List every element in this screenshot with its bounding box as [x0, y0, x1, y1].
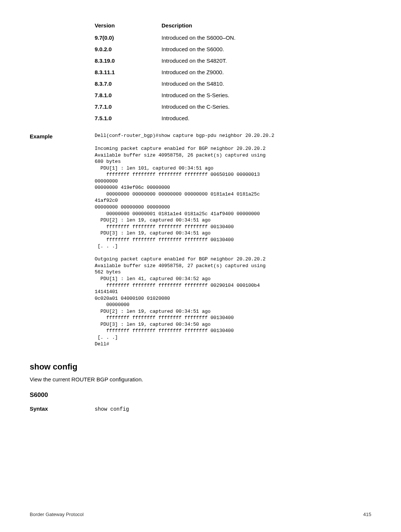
table-row: 8.3.19.0 Introduced on the S4820T. — [95, 58, 371, 64]
header-description: Description — [162, 22, 371, 29]
example-section: Example Dell(conf-router_bgp)#show captu… — [30, 132, 371, 347]
table-row: 7.7.1.0 Introduced on the C-Series. — [95, 104, 371, 110]
command-heading: show config — [30, 362, 371, 372]
page-footer: Border Gateway Protocol 415 — [30, 512, 371, 517]
description-cell: Introduced. — [162, 115, 371, 121]
version-table: Version Description 9.7(0.0) Introduced … — [95, 22, 371, 121]
version-table-wrapper: Version Description 9.7(0.0) Introduced … — [95, 22, 371, 121]
description-cell: Introduced on the S6000–ON. — [162, 35, 371, 41]
version-cell: 7.7.1.0 — [95, 104, 162, 110]
version-cell: 8.3.11.1 — [95, 69, 162, 75]
command-description: View the current ROUTER BGP configuratio… — [30, 376, 371, 382]
table-row: 7.5.1.0 Introduced. — [95, 115, 371, 121]
description-cell: Introduced on the C-Series. — [162, 104, 371, 110]
table-row: 8.3.7.0 Introduced on the S4810. — [95, 81, 371, 87]
version-cell: 9.0.2.0 — [95, 46, 162, 52]
platform-heading: S6000 — [30, 391, 371, 399]
header-version: Version — [95, 22, 162, 29]
table-row: 9.7(0.0) Introduced on the S6000–ON. — [95, 35, 371, 41]
footer-page-number: 415 — [363, 512, 371, 517]
syntax-code: show config — [95, 406, 129, 412]
description-cell: Introduced on the S4810. — [162, 81, 371, 87]
footer-left: Border Gateway Protocol — [30, 512, 84, 517]
syntax-label: Syntax — [30, 405, 95, 412]
syntax-row: Syntax show config — [30, 405, 371, 412]
table-row: 7.8.1.0 Introduced on the S-Series. — [95, 92, 371, 98]
version-cell: 7.5.1.0 — [95, 115, 162, 121]
version-cell: 8.3.7.0 — [95, 81, 162, 87]
version-cell: 9.7(0.0) — [95, 35, 162, 41]
example-label: Example — [30, 132, 95, 139]
table-row: 9.0.2.0 Introduced on the S6000. — [95, 46, 371, 52]
description-cell: Introduced on the S6000. — [162, 46, 371, 52]
version-cell: 7.8.1.0 — [95, 92, 162, 98]
description-cell: Introduced on the S4820T. — [162, 58, 371, 64]
version-cell: 8.3.19.0 — [95, 58, 162, 64]
example-code: Dell(conf-router_bgp)#show capture bgp-p… — [95, 132, 371, 347]
description-cell: Introduced on the S-Series. — [162, 92, 371, 98]
table-row: 8.3.11.1 Introduced on the Z9000. — [95, 69, 371, 75]
description-cell: Introduced on the Z9000. — [162, 69, 371, 75]
table-header-row: Version Description — [95, 22, 371, 29]
